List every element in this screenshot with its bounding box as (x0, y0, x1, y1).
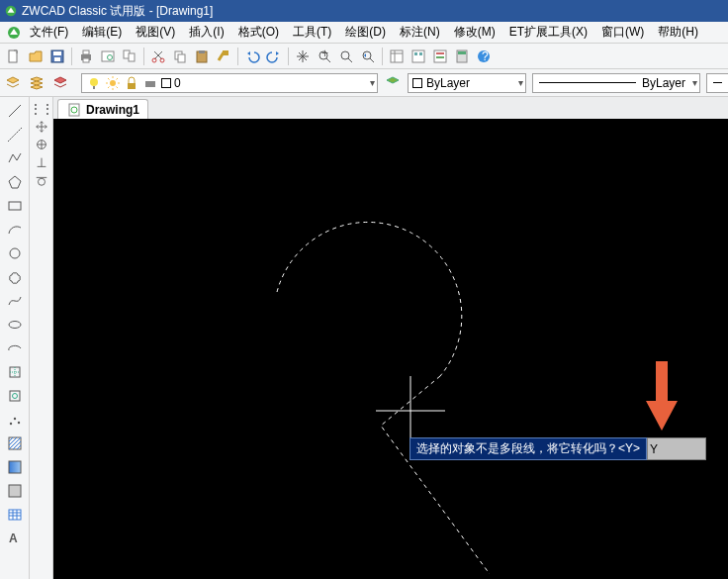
design-center-icon (410, 48, 426, 64)
point-icon (7, 412, 23, 428)
spline-tool[interactable] (5, 291, 25, 311)
prompt-input[interactable] (647, 437, 706, 460)
hatch-tool[interactable] (5, 434, 25, 453)
ellipse-icon (7, 317, 23, 333)
xline-icon (7, 127, 23, 143)
table-icon (7, 507, 23, 523)
svg-rect-27 (419, 52, 422, 55)
line-tool[interactable] (5, 101, 25, 121)
menu-tools[interactable]: 工具(T) (287, 22, 337, 43)
region-tool[interactable] (5, 481, 25, 501)
menu-dim[interactable]: 标注(N) (394, 22, 446, 43)
svg-rect-44 (10, 391, 20, 401)
menu-format[interactable]: 格式(O) (232, 22, 285, 43)
layer-dropdown[interactable]: 0 (81, 73, 378, 93)
tool-palette-icon (432, 48, 448, 64)
table-tool[interactable] (5, 505, 25, 525)
help-icon: ? (476, 48, 492, 64)
open-icon (28, 48, 44, 64)
cut-button[interactable] (148, 47, 168, 66)
new-button[interactable] (4, 47, 24, 66)
publish-button[interactable] (120, 47, 139, 66)
paste-button[interactable] (192, 47, 212, 66)
linetype-value: ByLayer (642, 76, 685, 90)
insert-block-tool[interactable] (5, 362, 25, 382)
rectangle-tool[interactable] (5, 196, 25, 216)
svg-rect-5 (54, 57, 60, 61)
dc-button[interactable] (409, 47, 428, 66)
layer-state-button[interactable] (51, 73, 69, 93)
linetype-dropdown[interactable]: ByLayer (532, 73, 700, 93)
menu-edit[interactable]: 编辑(E) (76, 22, 128, 43)
constr-line-tool[interactable] (5, 125, 25, 145)
menu-view[interactable]: 视图(V) (130, 22, 181, 43)
aux-center-icon[interactable] (34, 137, 49, 152)
drawing-geometry (53, 119, 728, 579)
drawing-canvas[interactable]: 选择的对象不是多段线，将它转化吗？<Y> (53, 119, 728, 579)
svg-text:?: ? (482, 49, 489, 63)
app-menu-icon[interactable] (6, 25, 22, 41)
spline-icon (7, 293, 23, 309)
svg-rect-16 (178, 54, 185, 62)
layer-prev-button[interactable] (28, 73, 46, 93)
circle-tool[interactable] (5, 243, 25, 263)
color-value: ByLayer (426, 76, 470, 90)
zoom-win-button[interactable] (336, 47, 356, 66)
ellipse-arc-tool[interactable] (5, 338, 25, 358)
layer-tool-icon (385, 75, 401, 91)
menu-insert[interactable]: 插入(I) (183, 22, 229, 43)
svg-rect-50 (9, 461, 21, 473)
lineweight-dropdown[interactable]: By (706, 73, 728, 93)
print-button[interactable] (76, 47, 96, 66)
tp-button[interactable] (430, 47, 450, 66)
redo-button[interactable] (264, 47, 284, 66)
svg-point-42 (9, 322, 21, 329)
menu-window[interactable]: 窗口(W) (595, 22, 650, 43)
svg-rect-8 (83, 58, 89, 62)
calc-icon (454, 48, 470, 64)
svg-point-55 (38, 178, 45, 185)
mtext-tool[interactable]: A (5, 529, 25, 548)
menu-modify[interactable]: 修改(M) (448, 22, 501, 43)
menu-draw[interactable]: 绘图(D) (339, 22, 392, 43)
rectangle-icon (7, 198, 23, 214)
save-button[interactable] (47, 47, 67, 66)
revcloud-icon (7, 269, 23, 285)
ellipse-tool[interactable] (5, 315, 25, 335)
menu-et[interactable]: ET扩展工具(X) (503, 22, 593, 43)
aux-tan-icon[interactable] (34, 172, 49, 188)
color-dropdown[interactable]: ByLayer (408, 73, 526, 93)
polygon-tool[interactable] (5, 172, 25, 192)
match-button[interactable] (214, 47, 233, 66)
calc-button[interactable] (452, 47, 472, 66)
aux-move-icon[interactable] (34, 119, 49, 135)
gradient-icon (7, 459, 23, 475)
aux-toolbox: ⋮⋮ (30, 97, 53, 579)
gradient-tool[interactable] (5, 457, 25, 477)
menu-help[interactable]: 帮助(H) (652, 22, 704, 43)
zoom-prev-button[interactable] (358, 47, 378, 66)
zoom-prev-icon (360, 48, 376, 64)
polyline-tool[interactable] (5, 148, 25, 168)
preview-button[interactable] (98, 47, 118, 66)
aux-handle[interactable]: ⋮⋮ (34, 101, 49, 117)
command-prompt: 选择的对象不是多段线，将它转化吗？<Y> (410, 437, 706, 460)
undo-button[interactable] (242, 47, 262, 66)
revcloud-tool[interactable] (5, 267, 25, 287)
arc-tool[interactable] (5, 220, 25, 240)
make-block-tool[interactable] (5, 386, 25, 406)
open-button[interactable] (26, 47, 46, 66)
menu-file[interactable]: 文件(F) (24, 22, 74, 43)
aux-perp-icon[interactable] (34, 154, 49, 170)
pan-button[interactable] (293, 47, 313, 66)
point-tool[interactable] (5, 410, 25, 430)
copy-button[interactable] (170, 47, 190, 66)
layer-manager-button[interactable] (4, 73, 22, 93)
paste-icon (194, 48, 210, 64)
zoom-rt-button[interactable]: + (315, 47, 334, 66)
help-button[interactable]: ? (474, 47, 494, 66)
app-logo-icon (4, 4, 18, 18)
layer-helper-button[interactable] (384, 73, 402, 93)
props-button[interactable] (387, 47, 407, 66)
doc-tab-drawing1[interactable]: Drawing1 (57, 99, 148, 119)
